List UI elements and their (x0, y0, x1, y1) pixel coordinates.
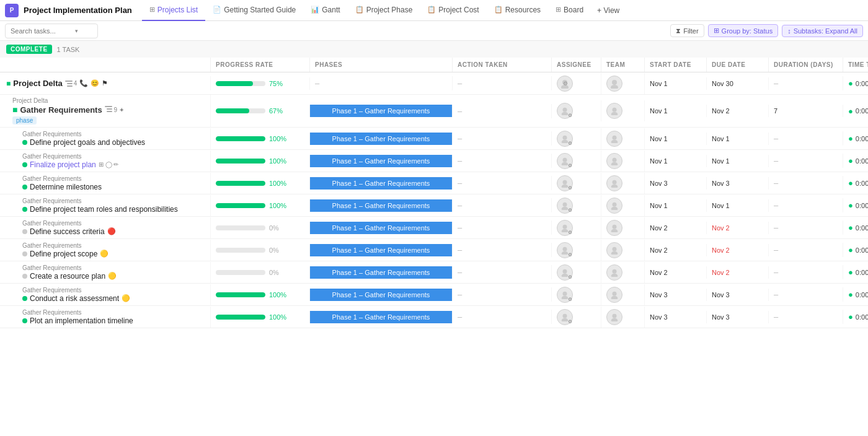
add-view-button[interactable]: + View (591, 6, 626, 15)
table-row: Gather Requirements Define project team … (0, 194, 868, 217)
complete-badge: COMPLETE (6, 45, 52, 54)
svg-rect-8 (107, 108, 112, 110)
task-name-determine-milestones: Determine milestones (30, 183, 102, 191)
duration-determine-milestones: – (769, 176, 843, 190)
duration-define-goals: – (769, 131, 843, 146)
svg-point-45 (611, 295, 618, 299)
progress-cell-implementation-timeline: 100% (211, 311, 310, 323)
svg-point-43 (562, 295, 569, 299)
task-name-project-scope: Define project scope (30, 250, 97, 258)
time-icon-resource-plan: ● (848, 268, 853, 277)
nav-tabs: ⊞ Projects List 📄 Getting Started Guide … (142, 0, 626, 21)
action-team-roles: – (453, 198, 552, 212)
task-parent-label: Project Delta (12, 97, 48, 104)
action-cell: – (453, 76, 552, 90)
table-row: Gather Requirements Conduct a risk asses… (0, 284, 868, 306)
duration-project-scope: – (769, 243, 843, 257)
time-icon-determine-milestones: ● (848, 178, 853, 188)
subtasks-button[interactable]: ↕ Subtasks: Expand All (782, 25, 863, 37)
assignee-project-scope: ⚙ (552, 240, 601, 261)
svg-point-38 (563, 269, 567, 273)
time-resource-plan: ● 0:00:00 (843, 265, 868, 279)
duration-team-roles: – (769, 198, 843, 212)
subtask-rows: Gather Requirements Define project goals… (0, 128, 868, 328)
task-name-finalize-plan: Finalize project plan (30, 160, 96, 169)
time-icon-success-criteria: ● (848, 223, 853, 232)
subtask-parent-success-criteria: Gather Requirements (22, 220, 82, 227)
col-header-due: DUE DATE (707, 58, 769, 72)
bullet-finalize-plan (22, 162, 27, 167)
tab-gantt[interactable]: 📊 Gantt (303, 0, 347, 21)
top-navigation: P Project Implementation Plan ⊞ Projects… (0, 0, 868, 21)
action-resource-plan: – (453, 265, 552, 279)
subtask-count-gather: 9 (105, 106, 117, 113)
tab-project-phase[interactable]: 📋 Project Phase (348, 0, 420, 21)
progress-cell-project-scope: 0% (211, 244, 310, 256)
filter-icon: ⧗ (676, 27, 681, 35)
assignee-gather: ⚙ (552, 100, 601, 121)
col-header-start: START DATE (645, 58, 707, 72)
svg-point-21 (611, 162, 618, 165)
svg-point-25 (611, 184, 618, 187)
assignee-resource-plan: ⚙ (552, 262, 601, 283)
search-input[interactable] (11, 27, 73, 35)
svg-point-16 (613, 135, 617, 139)
group-by-button[interactable]: ⊞ Group by: Status (708, 24, 779, 37)
action-implementation-timeline: – (453, 310, 552, 324)
task-name-main: Project Delta (13, 79, 62, 88)
subtask-parent-resource-plan: Gather Requirements (22, 264, 82, 271)
progress-cell: 75% (211, 77, 310, 90)
time-success-criteria: ● 0:00:00 (843, 220, 868, 235)
start-project-scope: Nov 2 (645, 244, 707, 256)
svg-point-14 (563, 135, 567, 139)
assignee-implementation-timeline: ⚙ (552, 307, 601, 328)
phase-tag: phase (12, 116, 37, 124)
svg-point-17 (611, 139, 618, 142)
tab-projects-list[interactable]: ⊞ Projects List (142, 0, 205, 21)
gather-plus-icon[interactable]: + (120, 106, 123, 113)
time-determine-milestones: ● 0:00:00 (843, 176, 868, 190)
tab-project-cost[interactable]: 📋 Project Cost (420, 0, 486, 21)
task-name-cell-success-criteria: Gather Requirements Define success crite… (0, 217, 211, 238)
svg-point-19 (562, 162, 569, 165)
time-gather: ● 0:00:00 (843, 104, 868, 118)
time-icon: ● (848, 79, 853, 88)
bullet-project-scope (22, 251, 27, 256)
progress-cell-gather: 67% (211, 105, 310, 117)
task-name-define-goals: Define project goals and objectives (30, 138, 145, 147)
phase-cell-success-criteria: Phase 1 – Gather Requirements (310, 222, 453, 234)
svg-point-34 (563, 246, 567, 251)
svg-point-36 (613, 246, 617, 251)
col-header-name (0, 58, 211, 72)
bullet-success-criteria (22, 229, 27, 234)
action-risk-assessment: – (453, 287, 552, 302)
table-row: ■ Project Delta 4 📞 😊 ⚑ 75% – – ⚙ Nov 1 … (0, 72, 868, 95)
start-team-roles: Nov 1 (645, 199, 707, 212)
action-gather: – (453, 104, 552, 118)
tab-projects-list-label: Projects List (157, 6, 198, 14)
svg-point-47 (562, 318, 569, 321)
table-row: Gather Requirements Determine milestones… (0, 172, 868, 194)
task-table: COMPLETE 1 TASK PROGRESS RATE PHASES ACT… (0, 41, 868, 328)
svg-point-18 (563, 157, 567, 162)
start-define-goals: Nov 1 (645, 133, 707, 145)
team-cell (601, 73, 645, 94)
tab-getting-started[interactable]: 📄 Getting Started Guide (205, 0, 303, 21)
due-team-roles: Nov 1 (707, 199, 769, 212)
filter-label: Filter (683, 27, 698, 35)
team-team-roles (601, 195, 645, 216)
svg-point-24 (613, 180, 617, 184)
search-input-wrap[interactable]: ▾ (5, 24, 98, 38)
filter-button[interactable]: ⧗ Filter (670, 24, 704, 37)
time-team-roles: ● 0:00:00 (843, 198, 868, 212)
svg-point-5 (612, 80, 617, 85)
tab-resources[interactable]: 📋 Resources (487, 0, 548, 21)
col-header-progress: PROGRESS RATE (211, 58, 310, 72)
assignee-risk-assessment: ⚙ (552, 284, 601, 305)
subtask-parent-team-roles: Gather Requirements (22, 198, 82, 204)
team-implementation-timeline (601, 307, 645, 328)
group-by-icon: ⊞ (714, 27, 719, 35)
duration-implementation-timeline: – (769, 310, 843, 324)
phase-cell-define-goals: Phase 1 – Gather Requirements (310, 133, 453, 145)
tab-board[interactable]: ⊞ Board (548, 0, 591, 21)
